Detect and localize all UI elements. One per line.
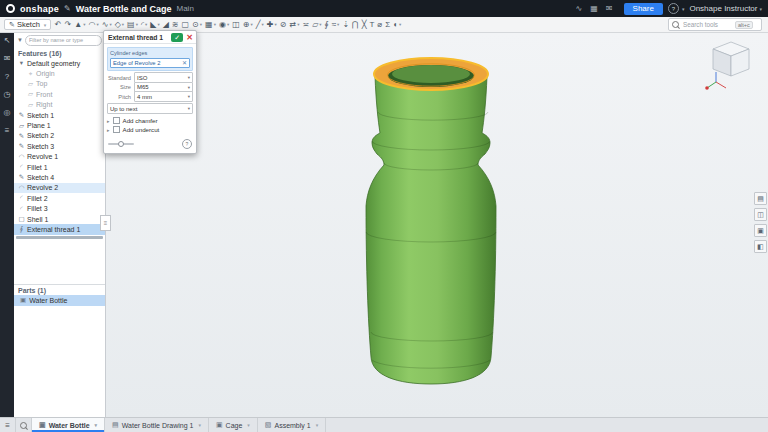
analytics-icon[interactable]: ∿	[576, 4, 583, 13]
split-icon[interactable]: ╱▾	[254, 19, 265, 31]
sketch-button[interactable]: ✎ Sketch ▾	[4, 19, 51, 30]
tree-item-sketch-3[interactable]: ✎ Sketch 3	[14, 141, 105, 151]
spline-icon[interactable]: ≈▾	[330, 19, 341, 31]
tree-item-fillet-2[interactable]: ◜ Fillet 2	[14, 193, 105, 203]
section-view-icon[interactable]: ◫	[754, 208, 767, 221]
part-item-water-bottle[interactable]: ▣ Water Bottle	[14, 295, 105, 306]
comments-icon[interactable]: ✉	[606, 4, 613, 13]
checkbox[interactable]	[113, 117, 120, 124]
add-chamfer-toggle[interactable]: ▸ Add chamfer	[107, 116, 193, 125]
intersection-curve-icon[interactable]: ⋂	[351, 19, 361, 31]
dialog-help-icon[interactable]: ?	[182, 139, 192, 149]
end-condition-dropdown[interactable]: Up to next ▾	[107, 103, 193, 114]
extrude-icon[interactable]: ▲▾	[73, 19, 87, 31]
tree-item-sketch-1[interactable]: ✎ Sketch 1	[14, 110, 105, 120]
onshape-logo-icon[interactable]	[6, 4, 15, 13]
tree-item-sketch-2[interactable]: ✎ Sketch 2	[14, 131, 105, 141]
parts-header[interactable]: Parts (1)	[14, 284, 105, 295]
loft-icon[interactable]: ◇▾	[113, 19, 125, 31]
select-tool-icon[interactable]: ↖	[4, 37, 11, 45]
tab-search-icon[interactable]	[16, 418, 32, 432]
tree-item-revolve-2[interactable]: ◠ Revolve 2	[14, 183, 105, 193]
user-menu[interactable]: Onshape Instructor ▾	[689, 4, 762, 13]
edge-selection-box[interactable]: Cylinder edges Edge of Revolve 2 ✕	[107, 47, 193, 71]
tab-water-bottle-drawing-1[interactable]: ▤ Water Bottle Drawing 1 ▾	[105, 418, 209, 432]
thicken-icon[interactable]: ▤▾	[126, 19, 140, 31]
help-panel-icon[interactable]: ?	[5, 73, 9, 81]
tree-item-fillet-1[interactable]: ◜ Fillet 1	[14, 162, 105, 172]
tree-item-external-thread-1[interactable]: ∮ External thread 1	[14, 224, 105, 234]
delete-part-icon[interactable]: ⊘	[278, 19, 288, 31]
tab-cage[interactable]: ▣ Cage ▾	[209, 418, 258, 432]
tab-manager-icon[interactable]: ≡	[0, 418, 16, 432]
view-settings-icon[interactable]: ▤	[754, 192, 767, 205]
fillet-icon[interactable]: ◜▾	[139, 19, 148, 31]
slider-knob[interactable]	[118, 141, 124, 147]
accept-button[interactable]: ✓	[171, 33, 183, 42]
hole-icon[interactable]: ⊙▾	[191, 19, 204, 31]
feature-list-icon[interactable]: ≡	[5, 127, 10, 135]
tree-item-revolve-1[interactable]: ◠ Revolve 1	[14, 152, 105, 162]
mirror-icon[interactable]: ◫	[231, 19, 242, 31]
linear-pattern-icon[interactable]: ▦▾	[204, 19, 218, 31]
expander-icon[interactable]: ▸	[107, 127, 110, 133]
redo-icon[interactable]: ↷	[63, 19, 73, 31]
rollback-bar[interactable]	[16, 236, 103, 239]
cancel-button[interactable]: ✕	[186, 33, 193, 42]
tab-water-bottle[interactable]: ▣ Water Bottle ▾	[32, 418, 105, 432]
checkbox[interactable]	[113, 126, 120, 133]
model-water-bottle[interactable]	[105, 32, 768, 418]
share-button[interactable]: Share	[624, 3, 663, 15]
feature-filter-input[interactable]	[25, 35, 102, 46]
search-tools-input[interactable]	[681, 20, 733, 29]
help-menu[interactable]: ? ▾	[668, 3, 685, 14]
draft-icon[interactable]: ◢	[161, 19, 170, 31]
comments-panel-icon[interactable]: ✉	[4, 55, 11, 63]
viewport-3d[interactable]: ▤ ◫ ▣ ◧	[105, 32, 768, 418]
document-title[interactable]: Water Bottle and Cage	[76, 4, 172, 14]
isolate-icon[interactable]: ▣	[754, 224, 767, 237]
branch-label[interactable]: Main	[177, 4, 194, 13]
text-tool-icon[interactable]: T	[368, 19, 376, 31]
chamfer-icon[interactable]: ◣▾	[149, 19, 161, 31]
tree-item-sketch-4[interactable]: ✎ Sketch 4	[14, 172, 105, 182]
trim-curve-icon[interactable]: ╳	[360, 19, 368, 31]
tree-item-origin[interactable]: ⌖ Origin	[14, 68, 105, 78]
selection-chip[interactable]: Edge of Revolve 2 ✕	[110, 58, 190, 68]
rib-icon[interactable]: ≋	[170, 19, 180, 31]
measure-icon[interactable]: ⌀	[376, 19, 384, 31]
offset-surface-icon[interactable]: ≍	[301, 19, 311, 31]
transform-icon[interactable]: ✚▾	[265, 19, 278, 31]
appearance-icon[interactable]: ◐▾	[392, 19, 403, 31]
preview-slider[interactable]	[108, 143, 134, 145]
display-options-icon[interactable]: ◧	[754, 240, 767, 253]
view-cube[interactable]	[702, 36, 760, 94]
shell-icon[interactable]: ▢	[180, 19, 191, 31]
revolve-icon[interactable]: ◠▾	[87, 19, 100, 31]
plane-icon[interactable]: ▱▾	[311, 19, 323, 31]
undo-icon[interactable]: ↶	[53, 19, 63, 31]
tree-item-shell-1[interactable]: ▢ Shell 1	[14, 214, 105, 224]
sweep-icon[interactable]: ∿▾	[100, 19, 113, 31]
filter-funnel-icon[interactable]: ▼	[17, 37, 23, 43]
edit-document-icon[interactable]: ✎	[64, 4, 71, 13]
toolbar-search[interactable]: alt+c	[668, 18, 762, 31]
expander-icon[interactable]: ▸	[107, 118, 110, 124]
boolean-icon[interactable]: ⊕▾	[241, 19, 254, 31]
project-curve-icon[interactable]: ⇣	[341, 19, 351, 31]
follow-mode-icon[interactable]: ◎	[4, 109, 11, 117]
helix-icon[interactable]: ∮	[323, 19, 330, 31]
apps-grid-icon[interactable]: ▦	[590, 4, 598, 13]
param-dropdown[interactable]: 4 mm ▾	[134, 91, 193, 102]
tree-item-front[interactable]: ▱ Front	[14, 89, 105, 99]
tree-item-top[interactable]: ▱ Top	[14, 79, 105, 89]
tab-assembly-1[interactable]: ▧ Assembly 1 ▾	[258, 418, 326, 432]
tree-item-default-geometry[interactable]: ▾ Default geometry	[14, 58, 105, 68]
remove-selection-icon[interactable]: ✕	[182, 59, 187, 66]
panel-collapse-handle[interactable]: ≡	[100, 215, 111, 231]
circular-pattern-icon[interactable]: ◉▾	[217, 19, 230, 31]
move-face-icon[interactable]: ⇄▾	[288, 19, 301, 31]
add-undercut-toggle[interactable]: ▸ Add undercut	[107, 125, 193, 134]
tree-item-plane-1[interactable]: ▱ Plane 1	[14, 120, 105, 130]
history-panel-icon[interactable]: ◷	[4, 91, 11, 99]
